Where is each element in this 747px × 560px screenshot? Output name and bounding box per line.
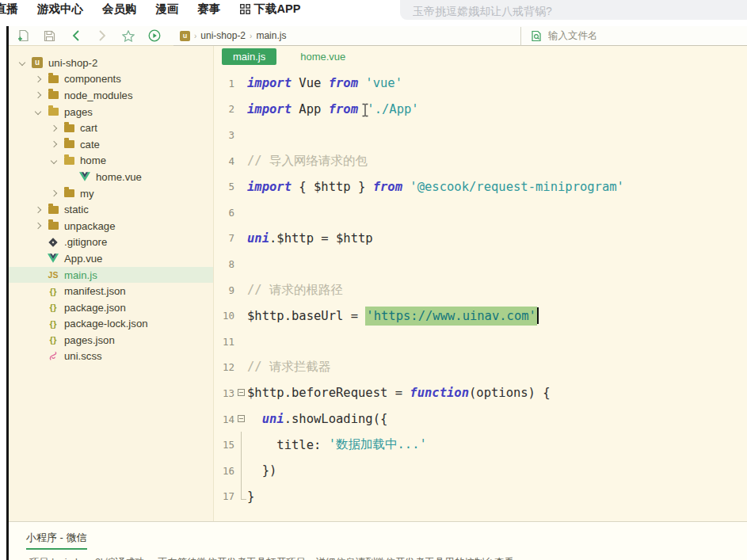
tree-item-manifest-json[interactable]: {}manifest.json	[9, 283, 213, 299]
token-hl: 'https://www.uinav.com'	[365, 307, 537, 326]
fold-marker[interactable]	[236, 406, 247, 432]
browser-nav-item[interactable]: 游戏中心	[37, 2, 83, 17]
tree-item-label: home	[80, 154, 106, 166]
tree-item-cate[interactable]: cate	[9, 136, 213, 153]
tree-item-main-js[interactable]: JSmain.js	[9, 267, 213, 284]
browser-nav-label: 游戏中心	[37, 2, 83, 17]
forward-icon[interactable]	[95, 29, 109, 43]
browser-nav-item[interactable]: 直播	[0, 2, 18, 17]
code-line[interactable]: 10$http.baseUrl = 'https://www.uinav.com…	[214, 303, 747, 329]
chevron-placeholder	[36, 322, 40, 326]
star-icon[interactable]	[121, 29, 135, 43]
tree-item-cart[interactable]: cart	[9, 120, 213, 136]
code-line[interactable]: 9// 请求的根路径	[214, 277, 747, 303]
code-line[interactable]: 8	[214, 251, 747, 277]
tree-item-node-modules[interactable]: node_modules	[9, 87, 213, 104]
tree-item--gitignore[interactable]: .gitignore	[9, 234, 213, 251]
save-icon[interactable]	[43, 29, 56, 43]
folder-icon	[47, 206, 59, 214]
editor-tab-home-vue[interactable]: home.vue	[297, 48, 349, 65]
tree-item-package-lock-json[interactable]: {}package-lock.json	[9, 316, 213, 333]
chevron-placeholder	[67, 174, 72, 179]
console-tab-weixin[interactable]: 小程序 - 微信	[26, 531, 87, 550]
line-number: 11	[214, 336, 234, 348]
chevron-right-icon[interactable]	[35, 206, 41, 212]
token-kw: from	[373, 180, 402, 194]
json-icon: {}	[47, 287, 59, 296]
browser-search-input[interactable]	[400, 0, 747, 20]
fold-marker[interactable]	[236, 484, 247, 510]
code-line[interactable]: 7uni.$http = $http	[214, 226, 747, 252]
browser-nav-label: 直播	[0, 2, 18, 17]
chevron-right-icon[interactable]	[51, 124, 57, 131]
code-line[interactable]: 1import Vue from 'vue'	[214, 70, 747, 97]
fold-gutter	[236, 97, 247, 123]
tree-item-pages[interactable]: pages	[9, 104, 213, 120]
code-line[interactable]: 4// 导入网络请求的包	[214, 148, 747, 174]
token-kw: uni	[262, 412, 284, 426]
code-line[interactable]: 2import App from './App'	[214, 97, 747, 123]
tree-item-components[interactable]: components	[9, 71, 213, 88]
chevron-right-icon[interactable]	[51, 141, 57, 147]
breadcrumb-file[interactable]: main.js	[256, 30, 286, 41]
chevron-right-icon[interactable]	[35, 223, 41, 229]
tree-item-static[interactable]: static	[9, 201, 213, 218]
code-text: $http.baseUrl = 'https://www.uinav.com'	[247, 307, 539, 326]
tree-item-uni-shop-2[interactable]: uuni-shop-2	[9, 55, 213, 71]
fold-marker[interactable]	[236, 432, 247, 458]
js-icon: JS	[47, 270, 59, 280]
folder-icon	[47, 222, 59, 230]
new-file-icon[interactable]	[17, 29, 30, 43]
code-line[interactable]: 14 uni.showLoading({	[214, 406, 747, 432]
chevron-right-icon[interactable]	[35, 76, 41, 82]
chevron-right-icon[interactable]	[51, 190, 57, 196]
fold-gutter	[236, 226, 247, 252]
tree-item-unpackage[interactable]: unpackage	[9, 218, 213, 234]
code-line[interactable]: 12// 请求拦截器	[214, 355, 747, 381]
chevron-down-icon[interactable]	[19, 59, 25, 66]
code-line[interactable]: 3	[214, 122, 747, 148]
browser-nav-item[interactable]: 漫画	[156, 2, 179, 17]
browser-nav-item[interactable]: 下载APP	[240, 2, 301, 17]
code-line[interactable]: 5import { $http } from '@escook/request-…	[214, 173, 747, 200]
tree-item-package-json[interactable]: {}package.json	[9, 299, 213, 316]
token-kw: from	[329, 102, 358, 116]
line-number: 12	[214, 361, 234, 373]
fold-gutter	[236, 148, 247, 174]
code-area[interactable]: 1import Vue from 'vue'2import App from '…	[214, 67, 747, 521]
tree-item-pages-json[interactable]: {}pages.json	[9, 332, 213, 349]
tree-item-label: node_modules	[64, 90, 133, 101]
code-line[interactable]: 16 })	[214, 458, 747, 484]
code-line[interactable]: 6	[214, 200, 747, 226]
browser-nav-label: 下载APP	[254, 2, 301, 17]
code-line[interactable]: 13$http.beforeRequest = function(options…	[214, 380, 747, 406]
fold-marker[interactable]	[236, 458, 247, 484]
code-line[interactable]: 17}	[214, 484, 747, 510]
tree-item-uni-scss[interactable]: uni.scss	[9, 349, 213, 365]
run-icon[interactable]	[147, 29, 161, 43]
fold-gutter	[236, 355, 247, 381]
breadcrumb-project[interactable]: uni-shop-2	[200, 30, 246, 41]
chevron-down-icon[interactable]	[35, 109, 41, 115]
fold-marker[interactable]	[236, 380, 247, 406]
chevron-down-icon[interactable]	[51, 158, 57, 164]
fold-gutter	[236, 200, 247, 226]
chevron-placeholder	[36, 337, 40, 342]
tree-item-label: pages	[64, 106, 93, 118]
chevron-right-icon[interactable]	[35, 92, 41, 98]
tree-item-label: .gitignore	[64, 236, 107, 248]
code-line[interactable]: 11	[214, 329, 747, 355]
file-search-input[interactable]	[548, 30, 691, 41]
tree-item-home[interactable]: home	[9, 153, 213, 170]
browser-nav-item[interactable]: 会员购	[102, 2, 137, 17]
code-line[interactable]: 15 title: '数据加载中...'	[214, 432, 747, 458]
tree-item-my[interactable]: my	[9, 185, 213, 202]
tree-item-label: main.js	[64, 269, 97, 281]
tree-item-home-vue[interactable]: home.vue	[9, 169, 213, 185]
back-icon[interactable]	[69, 29, 82, 43]
tree-item-app-vue[interactable]: App.vue	[9, 250, 213, 267]
browser-nav-item[interactable]: 赛事	[198, 2, 221, 17]
qr-grid-icon	[240, 4, 250, 14]
editor-tab-main-js[interactable]: main.js	[222, 48, 276, 65]
token-com: // 导入网络请求的包	[247, 153, 368, 170]
